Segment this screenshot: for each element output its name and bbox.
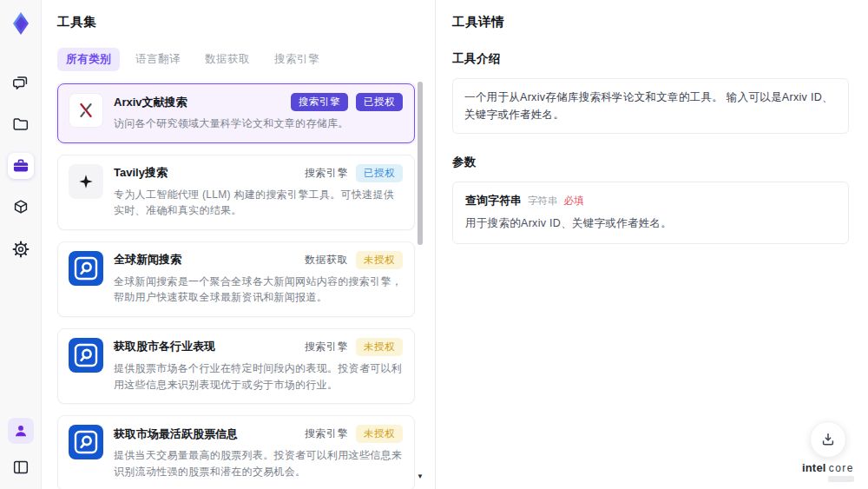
- auth-status-badge: 未授权: [356, 251, 403, 269]
- arxiv-icon: [69, 93, 103, 128]
- tool-title: Tavily搜索: [114, 165, 168, 181]
- download-icon: [819, 431, 837, 448]
- category-label: 搜索引擎: [305, 426, 348, 441]
- tool-title: 获取市场最活跃股票信息: [114, 426, 238, 442]
- tool-description: 专为人工智能代理 (LLM) 构建的搜索引擎工具。可快速提供实时、准确和真实的结…: [114, 187, 403, 219]
- toolbox-icon[interactable]: [8, 153, 34, 179]
- tool-details-panel: 工具详情 工具介绍 一个用于从Arxiv存储库搜索科学论文和文章的工具。 输入可…: [436, 0, 868, 489]
- auth-status-badge: 已授权: [356, 93, 403, 111]
- category-tabs: 所有类别 语言翻译 数据获取 搜索引擎: [57, 48, 435, 71]
- auth-status-badge: 已授权: [356, 164, 403, 182]
- star-icon: [69, 164, 103, 199]
- tool-card-global-news[interactable]: 全球新闻搜索 数据获取 未授权 全球新闻搜索是一个聚合全球各大新闻网站内容的搜索…: [57, 241, 415, 317]
- category-label: 搜索引擎: [305, 166, 348, 181]
- settings-icon[interactable]: [8, 236, 34, 262]
- tool-description: 全球新闻搜索是一个聚合全球各大新闻网站内容的搜索引擎，帮助用户快速获取全球最新资…: [114, 274, 403, 306]
- intro-card: 一个用于从Arxiv存储库搜索科学论文和文章的工具。 输入可以是Arxiv ID…: [452, 78, 849, 134]
- tab-language-translation[interactable]: 语言翻译: [127, 48, 189, 71]
- intro-heading: 工具介绍: [452, 51, 849, 67]
- app-logo[interactable]: [8, 10, 34, 36]
- tool-card-most-active-stocks[interactable]: 获取市场最活跃股票信息 搜索引擎 未授权 提供当天交易量最高的股票列表。投资者可…: [57, 415, 415, 489]
- tool-description: 提供当天交易量最高的股票列表。投资者可以利用这些信息来识别流动性强的股票和潜在的…: [114, 447, 403, 479]
- folder-icon[interactable]: [8, 111, 34, 137]
- tab-data-acquisition[interactable]: 数据获取: [196, 48, 259, 71]
- params-heading: 参数: [452, 155, 849, 170]
- auth-status-badge: 未授权: [356, 338, 403, 356]
- tool-description: 提供股票市场各个行业在特定时间段内的表现。投资者可以利用这些信息来识别表现优于或…: [114, 360, 403, 393]
- intro-text: 一个用于从Arxiv存储库搜索科学论文和文章的工具。 输入可以是Arxiv ID…: [464, 89, 837, 123]
- user-icon[interactable]: [8, 418, 34, 444]
- magnifier-app-icon: [69, 425, 103, 459]
- magnifier-app-icon: [69, 338, 103, 373]
- chat-icon[interactable]: [8, 69, 34, 96]
- package-icon[interactable]: [8, 195, 34, 221]
- magnifier-app-icon: [69, 251, 103, 286]
- tool-card-sector-performance[interactable]: 获取股市各行业表现 搜索引擎 未授权 提供股票市场各个行业在特定时间段内的表现。…: [57, 328, 415, 404]
- tab-search-engine[interactable]: 搜索引擎: [266, 48, 328, 71]
- tool-card-tavily[interactable]: Tavily搜索 搜索引擎 已授权 专为人工智能代理 (LLM) 构建的搜索引擎…: [57, 155, 415, 230]
- sidebar-nav: [8, 69, 34, 262]
- app-window: 工具集 所有类别 语言翻译 数据获取 搜索引擎 Arxiv文献搜索: [0, 0, 868, 489]
- category-badge: 搜索引擎: [291, 93, 348, 111]
- tool-description: 访问各个研究领域大量科学论文和文章的存储库。: [114, 116, 403, 132]
- details-title: 工具详情: [452, 14, 849, 30]
- toolset-title: 工具集: [57, 14, 435, 30]
- parameter-type: 字符串: [528, 195, 558, 208]
- tool-list: Arxiv文献搜索 搜索引擎 已授权 访问各个研究领域大量科学论文和文章的存储库…: [57, 83, 415, 489]
- category-label: 搜索引擎: [305, 340, 348, 354]
- scrollbar-down-arrow-icon[interactable]: ▼: [417, 472, 424, 480]
- download-button[interactable]: [810, 421, 846, 458]
- corner-widgets: intel core: [802, 421, 854, 482]
- toolset-panel: 工具集 所有类别 语言翻译 数据获取 搜索引擎 Arxiv文献搜索: [42, 0, 436, 489]
- parameter-required-badge: 必填: [564, 195, 584, 208]
- auth-status-badge: 未授权: [356, 425, 403, 443]
- panel-toggle-icon[interactable]: [8, 454, 34, 480]
- parameter-card: 查询字符串 字符串 必填 用于搜索的Arxiv ID、关键字或作者姓名。: [452, 182, 849, 244]
- tool-title: 获取股市各行业表现: [114, 339, 215, 354]
- intel-logo-subtext: [828, 476, 854, 482]
- tab-all-categories[interactable]: 所有类别: [57, 48, 120, 71]
- category-label: 数据获取: [305, 253, 348, 268]
- intel-core-logo: intel core: [802, 462, 854, 473]
- sidebar: [0, 0, 42, 489]
- parameter-name: 查询字符串: [465, 193, 522, 208]
- tool-card-arxiv[interactable]: Arxiv文献搜索 搜索引擎 已授权 访问各个研究领域大量科学论文和文章的存储库…: [57, 83, 415, 143]
- tool-title: 全球新闻搜索: [114, 252, 181, 268]
- sidebar-bottom: [8, 418, 34, 480]
- tool-title: Arxiv文献搜索: [114, 95, 187, 110]
- scrollbar-thumb[interactable]: [418, 82, 423, 245]
- list-scrollbar[interactable]: ▼: [418, 76, 424, 480]
- parameter-description: 用于搜索的Arxiv ID、关键字或作者姓名。: [465, 216, 836, 231]
